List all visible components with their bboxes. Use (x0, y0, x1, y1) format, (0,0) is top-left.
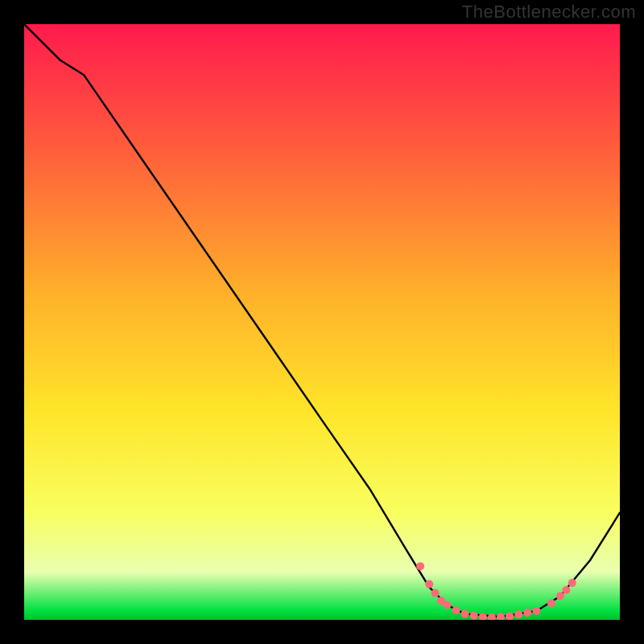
watermark-text: TheBottlenecker.com (462, 2, 636, 23)
data-marker (452, 606, 460, 614)
data-marker (425, 580, 433, 588)
data-marker (532, 607, 540, 615)
data-marker (547, 599, 555, 607)
data-marker (416, 562, 424, 570)
data-marker (568, 579, 576, 587)
data-marker (461, 610, 469, 618)
gradient-background (24, 24, 620, 620)
data-marker (514, 610, 522, 618)
plot-area (24, 24, 620, 620)
data-marker (562, 586, 570, 594)
data-marker (470, 612, 478, 620)
bottleneck-chart (24, 24, 620, 620)
data-marker (556, 592, 564, 600)
data-marker (431, 589, 440, 597)
data-marker (523, 609, 531, 617)
chart-container: TheBottlenecker.com (0, 0, 644, 644)
data-marker (443, 601, 451, 609)
